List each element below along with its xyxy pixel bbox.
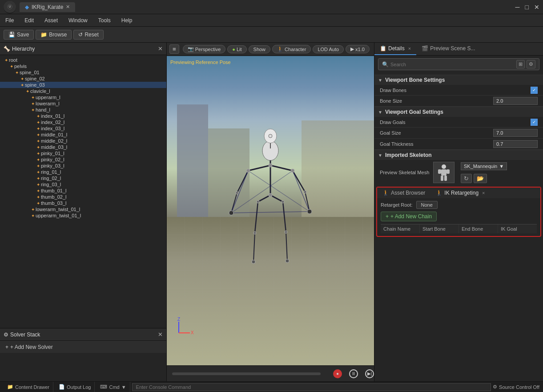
- viewport[interactable]: Previewing Reference Pose: [167, 56, 374, 365]
- bone-icon: ✦: [36, 139, 40, 144]
- draw-bones-value[interactable]: ✓: [531, 87, 538, 94]
- tree-item[interactable]: ✦spine_01: [0, 69, 166, 76]
- tree-item[interactable]: ✦clavicle_l: [0, 88, 166, 94]
- details-close-button[interactable]: ×: [408, 46, 411, 51]
- tree-item[interactable]: ✦index_02_l: [0, 119, 166, 125]
- pause-button[interactable]: ⏸: [349, 369, 358, 378]
- goal-size-input[interactable]: 7.0: [493, 129, 538, 137]
- left-panel: 🦴 Hierarchy ✕ ✦root✦pelvis✦spine_01✦spin…: [0, 43, 167, 381]
- lit-button[interactable]: ● Lit: [227, 45, 246, 53]
- tree-item[interactable]: ✦thumb_01_l: [0, 188, 166, 194]
- add-new-chain-button[interactable]: + + Add New Chain: [381, 212, 437, 221]
- tree-item[interactable]: ✦ring_03_l: [0, 181, 166, 188]
- content-drawer-button[interactable]: 📁 Content Drawer: [4, 382, 53, 392]
- tree-item[interactable]: ✦thumb_02_l: [0, 194, 166, 200]
- tree-item[interactable]: ✦spine_02: [0, 76, 166, 82]
- tree-item[interactable]: ✦upperarm_l: [0, 94, 166, 100]
- mesh-name-dropdown[interactable]: SK_Mannequin ▼: [461, 162, 507, 170]
- tree-item[interactable]: ✦hand_l: [0, 107, 166, 113]
- grid-view-button[interactable]: ⊞: [516, 60, 525, 68]
- tree-item[interactable]: ✦lowerarm_l: [0, 100, 166, 107]
- menu-tools[interactable]: Tools: [97, 16, 113, 24]
- source-control-status[interactable]: ⚙ Source Control Off: [493, 384, 539, 390]
- goal-thickness-value[interactable]: 0.7: [493, 140, 538, 148]
- goal-size-value[interactable]: 7.0: [493, 129, 538, 137]
- bone-size-value[interactable]: 2.0: [493, 97, 538, 105]
- tree-item[interactable]: ✦pinky_02_l: [0, 156, 166, 163]
- hierarchy-tree[interactable]: ✦root✦pelvis✦spine_01✦spine_02✦spine_03✦…: [0, 55, 166, 328]
- menu-file[interactable]: File: [4, 16, 16, 24]
- search-actions: ⊞ ⚙: [516, 60, 535, 68]
- tree-item[interactable]: ✦thumb_03_l: [0, 200, 166, 206]
- reset-button[interactable]: ↺ Reset: [73, 30, 103, 40]
- close-button[interactable]: ✕: [534, 4, 539, 11]
- menu-window[interactable]: Window: [67, 16, 89, 24]
- viewport-bone-settings-section[interactable]: ▼ Viewport Bone Settings: [374, 75, 543, 85]
- console-input[interactable]: [132, 383, 491, 391]
- tree-item[interactable]: ✦ring_02_l: [0, 175, 166, 181]
- goal-thickness-input[interactable]: 0.7: [493, 140, 538, 148]
- tree-item[interactable]: ✦pelvis: [0, 63, 166, 69]
- file-tab[interactable]: ◆ IKRig_Karate ✕: [20, 2, 75, 12]
- bone-size-input[interactable]: 2.0: [493, 97, 538, 105]
- tree-item[interactable]: ✦upperarm_twist_01_l: [0, 212, 166, 219]
- draw-bones-checkbox[interactable]: ✓: [531, 87, 538, 94]
- mesh-browse-button[interactable]: 📂: [474, 174, 487, 183]
- menu-asset[interactable]: Asset: [43, 16, 60, 24]
- tree-item[interactable]: ✦middle_02_l: [0, 138, 166, 144]
- bone-size-label: Bone Size: [380, 98, 493, 104]
- save-button[interactable]: 💾 Save: [4, 30, 34, 40]
- draw-goals-value[interactable]: ✓: [531, 119, 538, 126]
- tab-close-button[interactable]: ✕: [66, 4, 70, 10]
- perspective-button[interactable]: 📷 Perspective: [183, 45, 225, 53]
- minimize-button[interactable]: ─: [515, 4, 520, 11]
- ik-retargeting-icon: 🚶: [436, 190, 442, 196]
- speed-button[interactable]: ▶ x1.0: [346, 45, 370, 53]
- tree-item[interactable]: ✦lowerarm_twist_01_l: [0, 206, 166, 212]
- bone-icon: ✦: [20, 76, 24, 81]
- viewport-goal-settings-section[interactable]: ▼ Viewport Goal Settings: [374, 107, 543, 117]
- bone-icon: ✦: [31, 95, 35, 100]
- tree-item[interactable]: ✦pinky_01_l: [0, 150, 166, 156]
- mesh-refresh-button[interactable]: ↻: [461, 174, 472, 183]
- cmd-button[interactable]: ⌨ Cmd ▼: [97, 382, 130, 392]
- search-input[interactable]: [390, 62, 516, 67]
- add-new-solver-button[interactable]: + + Add New Solver: [0, 341, 166, 353]
- svg-line-19: [231, 171, 248, 213]
- hierarchy-close-button[interactable]: ✕: [158, 45, 163, 52]
- tree-item[interactable]: ✦root: [0, 57, 166, 63]
- tree-item[interactable]: ✦pinky_03_l: [0, 163, 166, 169]
- draw-goals-row: Draw Goals ✓: [374, 117, 543, 128]
- tree-item[interactable]: ✦middle_01_l: [0, 132, 166, 138]
- details-search-bar[interactable]: 🔍 ⊞ ⚙: [378, 58, 539, 70]
- menu-edit[interactable]: Edit: [23, 16, 36, 24]
- record-button[interactable]: ●: [333, 369, 342, 378]
- solver-stack-close-button[interactable]: ✕: [158, 331, 163, 338]
- timeline[interactable]: [172, 372, 321, 375]
- browse-button[interactable]: 📁 Browse: [36, 30, 72, 40]
- tab-asset-browser[interactable]: 🚶 Asset Browser: [377, 188, 430, 198]
- ik-retargeting-close-button[interactable]: ×: [482, 190, 485, 196]
- output-log-button[interactable]: 📄 Output Log: [55, 382, 95, 392]
- tree-item[interactable]: ✦ring_01_l: [0, 169, 166, 175]
- menu-help[interactable]: Help: [120, 16, 134, 24]
- bone-icon: ✦: [36, 120, 40, 125]
- tab-details[interactable]: 📋 Details ×: [374, 43, 416, 55]
- tab-ik-retargeting[interactable]: 🚶 IK Retargeting ×: [430, 188, 490, 198]
- tree-item[interactable]: ✦index_03_l: [0, 125, 166, 132]
- solver-stack-header: ⚙ Solver Stack ✕: [0, 328, 166, 341]
- tree-item[interactable]: ✦spine_03: [0, 82, 166, 88]
- viewport-menu-button[interactable]: ≡: [169, 44, 179, 54]
- show-button[interactable]: Show: [249, 45, 271, 53]
- settings-filter-button[interactable]: ⚙: [527, 60, 535, 68]
- imported-skeleton-section[interactable]: ▼ Imported Skeleton: [374, 150, 543, 160]
- draw-goals-checkbox[interactable]: ✓: [531, 119, 538, 126]
- retarget-root-value[interactable]: None: [416, 201, 438, 209]
- tree-item[interactable]: ✦index_01_l: [0, 113, 166, 119]
- tab-preview-scene[interactable]: 🎬 Preview Scene S...: [416, 43, 480, 55]
- maximize-button[interactable]: □: [525, 4, 529, 11]
- character-button[interactable]: 🚶 Character: [272, 45, 311, 53]
- lod-button[interactable]: LOD Auto: [313, 45, 344, 53]
- tree-item[interactable]: ✦middle_03_l: [0, 144, 166, 150]
- next-frame-button[interactable]: ▶|: [365, 369, 374, 378]
